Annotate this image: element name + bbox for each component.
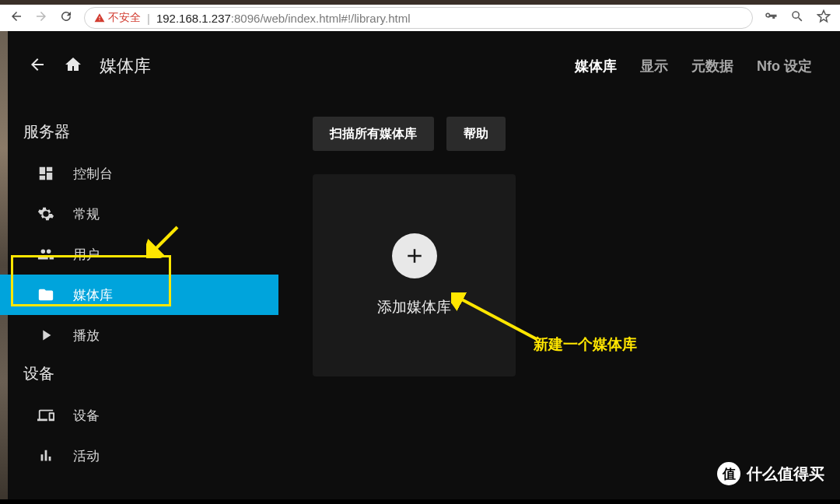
app-window: 媒体库 媒体库 显示 元数据 Nfo 设定 服务器 控制台 常规 用户 [0, 31, 840, 499]
back-arrow-icon[interactable] [28, 55, 47, 77]
play-icon [37, 327, 54, 344]
home-icon[interactable] [64, 55, 82, 77]
sidebar-item-devices[interactable]: 设备 [0, 395, 278, 436]
sidebar-item-label: 活动 [73, 447, 100, 465]
add-library-label: 添加媒体库 [377, 297, 451, 317]
annotation-text: 新建一个媒体库 [534, 334, 637, 355]
help-button[interactable]: 帮助 [446, 117, 506, 151]
sidebar-item-label: 媒体库 [73, 286, 113, 304]
sidebar-item-library[interactable]: 媒体库 [0, 275, 278, 315]
tab-nfo[interactable]: Nfo 设定 [757, 57, 812, 75]
page-title: 媒体库 [100, 54, 151, 78]
sidebar-item-activity[interactable]: 活动 [0, 436, 278, 476]
add-library-card[interactable]: 添加媒体库 [313, 174, 516, 376]
sidebar-item-dashboard[interactable]: 控制台 [0, 153, 278, 194]
reload-icon[interactable] [59, 9, 73, 26]
tab-display[interactable]: 显示 [640, 57, 668, 75]
insecure-badge: 不安全 [94, 11, 141, 25]
zoom-icon[interactable] [790, 9, 804, 26]
users-icon [37, 246, 54, 263]
sidebar-item-general[interactable]: 常规 [0, 194, 278, 234]
gear-icon [37, 205, 54, 222]
plus-icon [392, 233, 437, 278]
sidebar-item-label: 设备 [73, 407, 100, 425]
dashboard-icon [37, 165, 54, 182]
app-header: 媒体库 媒体库 显示 元数据 Nfo 设定 [0, 31, 840, 101]
sidebar-item-label: 常规 [73, 205, 100, 223]
sidebar-item-playback[interactable]: 播放 [0, 315, 278, 355]
watermark-badge: 值 [717, 462, 740, 485]
sidebar-item-users[interactable]: 用户 [0, 234, 278, 275]
url-text: 192.168.1.237:8096/web/index.html#!/libr… [156, 12, 411, 25]
star-icon[interactable] [817, 9, 831, 26]
key-icon[interactable] [764, 9, 778, 26]
sidebar-item-label: 播放 [73, 327, 100, 345]
sidebar-item-label: 用户 [73, 246, 100, 264]
watermark: 值 什么值得买 [717, 462, 824, 485]
back-icon[interactable] [9, 9, 23, 26]
scan-all-button[interactable]: 扫描所有媒体库 [313, 117, 434, 151]
watermark-text: 什么值得买 [747, 464, 824, 485]
sidebar: 服务器 控制台 常规 用户 媒体库 播放 设备 [0, 101, 278, 499]
sidebar-item-label: 控制台 [73, 165, 113, 183]
main-content: 扫描所有媒体库 帮助 添加媒体库 新建一个媒体库 值 什么值得买 [278, 101, 840, 499]
folder-icon [37, 286, 54, 303]
devices-icon [37, 407, 54, 424]
address-bar[interactable]: 不安全 | 192.168.1.237:8096/web/index.html#… [84, 7, 753, 29]
forward-icon[interactable] [34, 9, 48, 26]
sidebar-heading-server: 服务器 [0, 114, 278, 153]
header-tabs: 媒体库 显示 元数据 Nfo 设定 [575, 57, 812, 75]
browser-toolbar: 不安全 | 192.168.1.237:8096/web/index.html#… [0, 0, 840, 31]
tab-library[interactable]: 媒体库 [575, 57, 617, 75]
tab-metadata[interactable]: 元数据 [691, 57, 733, 75]
sidebar-heading-devices: 设备 [0, 355, 278, 395]
activity-icon [37, 447, 54, 464]
